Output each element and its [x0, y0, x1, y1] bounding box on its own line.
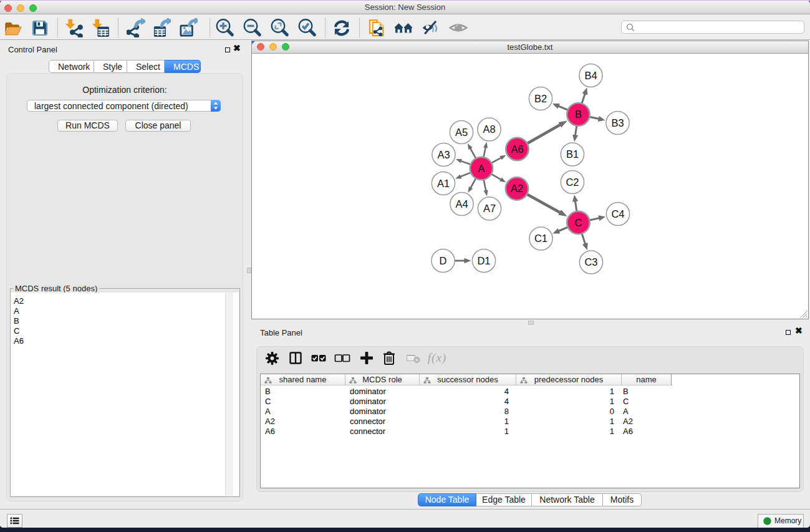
svg-text:A1: A1 [437, 178, 450, 189]
svg-text:A5: A5 [455, 127, 468, 138]
svg-text:A2: A2 [511, 183, 523, 194]
svg-text:A7: A7 [483, 203, 496, 214]
svg-text:C1: C1 [534, 233, 547, 244]
svg-text:A: A [478, 163, 485, 174]
svg-text:A6: A6 [511, 143, 523, 155]
svg-text:D1: D1 [477, 255, 490, 266]
svg-text:B2: B2 [534, 93, 547, 104]
svg-text:C2: C2 [566, 177, 579, 188]
svg-text:B1: B1 [566, 148, 579, 160]
svg-text:D: D [440, 255, 447, 266]
svg-text:B4: B4 [584, 70, 597, 81]
svg-text:C4: C4 [611, 208, 624, 220]
svg-text:B3: B3 [611, 117, 624, 128]
svg-text:A8: A8 [483, 123, 495, 135]
svg-text:C3: C3 [584, 256, 597, 268]
svg-text:B: B [575, 109, 582, 120]
svg-text:A3: A3 [437, 149, 450, 160]
svg-text:C: C [575, 217, 582, 228]
svg-text:A4: A4 [455, 198, 468, 210]
